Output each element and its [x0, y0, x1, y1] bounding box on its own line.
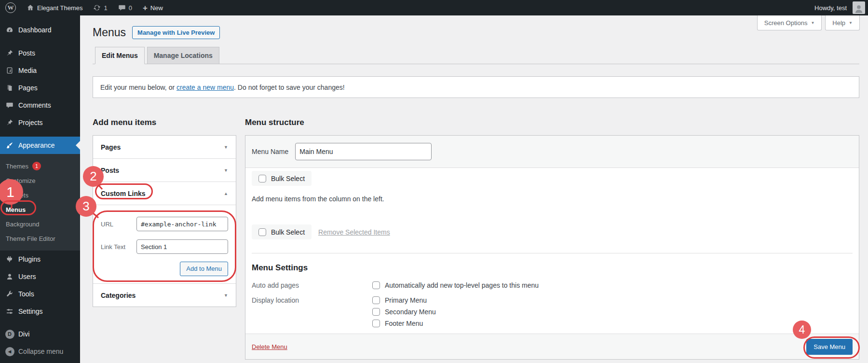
manage-with-live-preview-button[interactable]: Manage with Live Preview	[132, 26, 220, 39]
submenu-label: Background	[6, 221, 39, 228]
display-location-row: Display location Primary Menu Secondary …	[252, 296, 853, 327]
secondary-menu-checkbox[interactable]	[372, 308, 380, 316]
submenu-item-customize[interactable]: Customize	[0, 173, 80, 188]
sidebar-item-label: Divi	[18, 330, 29, 338]
sidebar-item-users[interactable]: Users	[0, 268, 80, 285]
sliders-icon	[5, 307, 14, 315]
updates-button[interactable]: 1	[88, 0, 112, 15]
update-count: 1	[104, 4, 107, 12]
panel-custom-links[interactable]: Custom Links ▲	[93, 182, 236, 205]
sidebar-item-settings[interactable]: Settings	[0, 303, 80, 320]
menu-structure-column: Menu structure Menu Name Bulk Select Add…	[245, 118, 859, 360]
bulk-actions-row: Bulk Select Remove Selected Items	[252, 224, 853, 239]
primary-menu-checkbox[interactable]	[372, 296, 380, 304]
title-row: Menus Manage with Live Preview	[93, 25, 220, 40]
appearance-submenu: Themes 1 Customize Widgets Menus Backgro…	[0, 154, 80, 251]
sidebar-item-label: Posts	[18, 49, 35, 57]
url-field-row: URL	[101, 217, 228, 231]
auto-add-pages-checkbox[interactable]	[372, 281, 380, 289]
menu-structure-box: Menu Name Bulk Select Add menu items fro…	[245, 135, 859, 360]
avatar[interactable]	[853, 1, 865, 14]
sidebar-item-label: Settings	[18, 307, 43, 315]
sidebar-item-label: Plugins	[18, 255, 41, 263]
menu-settings-heading: Menu Settings	[252, 263, 853, 273]
person-icon	[854, 3, 864, 14]
link-text-field-row: Link Text	[101, 239, 228, 254]
sidebar-item-projects[interactable]: Projects	[0, 114, 80, 131]
save-menu-button[interactable]: Save Menu	[806, 339, 853, 355]
wordpress-logo-button[interactable]: W	[0, 0, 21, 15]
panel-posts[interactable]: Posts ▼	[93, 159, 236, 182]
sidebar-item-divi[interactable]: D Divi	[0, 325, 80, 343]
sidebar-item-dashboard[interactable]: Dashboard	[0, 21, 80, 39]
empty-menu-hint: Add menu items from the column on the le…	[252, 195, 853, 203]
site-name: Elegant Themes	[37, 4, 82, 12]
submenu-item-widgets[interactable]: Widgets	[0, 188, 80, 202]
link-text-input[interactable]	[136, 239, 228, 254]
display-location-label: Display location	[252, 296, 372, 305]
sidebar-item-comments[interactable]: Comments	[0, 97, 80, 114]
new-content-button[interactable]: + New	[137, 0, 168, 15]
submenu-item-themes[interactable]: Themes 1	[0, 159, 80, 173]
sidebar-item-pages[interactable]: Pages	[0, 79, 80, 97]
screen-meta: Screen Options ▼ Help ▼	[757, 15, 860, 30]
divider	[252, 253, 853, 253]
notice-text-before: Edit your menu below, or	[100, 84, 176, 91]
sidebar-item-tools[interactable]: Tools	[0, 285, 80, 303]
pushpin-icon	[5, 119, 14, 126]
submenu-item-menus[interactable]: Menus	[0, 202, 80, 217]
sidebar-item-label: Tools	[18, 290, 34, 298]
visit-site-button[interactable]: Elegant Themes	[21, 0, 88, 15]
sidebar-item-posts[interactable]: Posts	[0, 44, 80, 62]
account-menu[interactable]: Howdy, test	[813, 0, 849, 15]
sidebar-item-media[interactable]: Media	[0, 62, 80, 79]
sidebar-item-appearance[interactable]: Appearance	[0, 137, 80, 154]
home-icon	[27, 4, 34, 12]
collapse-menu-button[interactable]: ◀ Collapse menu	[0, 343, 80, 360]
bulk-select-checkbox[interactable]	[258, 228, 266, 236]
submenu-label: Customize	[6, 177, 35, 184]
delete-menu-link[interactable]: Delete Menu	[252, 343, 287, 350]
submenu-item-background[interactable]: Background	[0, 217, 80, 231]
admin-bar: W Elegant Themes 1 0 + New Howdy, test	[0, 0, 868, 15]
menu-structure-body: Bulk Select Add menu items from the colu…	[245, 168, 859, 327]
panel-categories[interactable]: Categories ▼	[93, 284, 236, 307]
tab-manage-locations[interactable]: Manage Locations	[147, 47, 219, 64]
chevron-down-icon: ▼	[224, 145, 228, 150]
remove-selected-items-link[interactable]: Remove Selected Items	[318, 228, 390, 236]
bulk-select-toggle-top[interactable]: Bulk Select	[252, 171, 312, 186]
bulk-select-toggle-bottom[interactable]: Bulk Select	[252, 224, 312, 239]
screen-options-label: Screen Options	[764, 19, 808, 27]
plug-icon	[5, 255, 14, 263]
current-menu-arrow	[71, 141, 80, 150]
sidebar: Dashboard Posts Media Pages Comments Pro…	[0, 15, 80, 363]
divi-icon: D	[5, 330, 14, 339]
menu-name-input[interactable]	[295, 143, 432, 160]
footer-menu-checkbox[interactable]	[372, 320, 380, 327]
panel-label: Custom Links	[101, 190, 146, 197]
submenu-label: Menus	[6, 206, 26, 213]
submenu-item-theme-file-editor[interactable]: Theme File Editor	[0, 231, 80, 246]
footer-menu-option[interactable]: Footer Menu	[372, 320, 436, 327]
screen-options-button[interactable]: Screen Options ▼	[757, 15, 822, 30]
panel-pages[interactable]: Pages ▼	[93, 136, 236, 159]
url-input[interactable]	[136, 217, 228, 231]
columns: Add menu items Pages ▼ Posts ▼ Custom Li…	[93, 118, 859, 360]
bulk-select-checkbox[interactable]	[258, 175, 266, 182]
create-new-menu-link[interactable]: create a new menu	[176, 84, 234, 91]
add-to-menu-button[interactable]: Add to Menu	[180, 262, 228, 276]
sidebar-item-plugins[interactable]: Plugins	[0, 251, 80, 268]
sidebar-item-label: Pages	[18, 84, 38, 92]
secondary-menu-option[interactable]: Secondary Menu	[372, 308, 436, 316]
auto-add-pages-option[interactable]: Automatically add new top-level pages to…	[372, 281, 539, 289]
custom-links-panel-body: URL Link Text Add to Menu	[93, 205, 236, 284]
update-icon	[93, 4, 101, 12]
notice-box: Edit your menu below, or create a new me…	[93, 76, 859, 98]
add-menu-items-column: Add menu items Pages ▼ Posts ▼ Custom Li…	[93, 118, 236, 360]
tab-edit-menus[interactable]: Edit Menus	[95, 47, 145, 64]
comments-button[interactable]: 0	[113, 0, 137, 15]
link-text-label: Link Text	[101, 243, 136, 251]
comment-icon	[5, 101, 14, 109]
primary-menu-option[interactable]: Primary Menu	[372, 296, 436, 304]
help-button[interactable]: Help ▼	[825, 15, 860, 30]
